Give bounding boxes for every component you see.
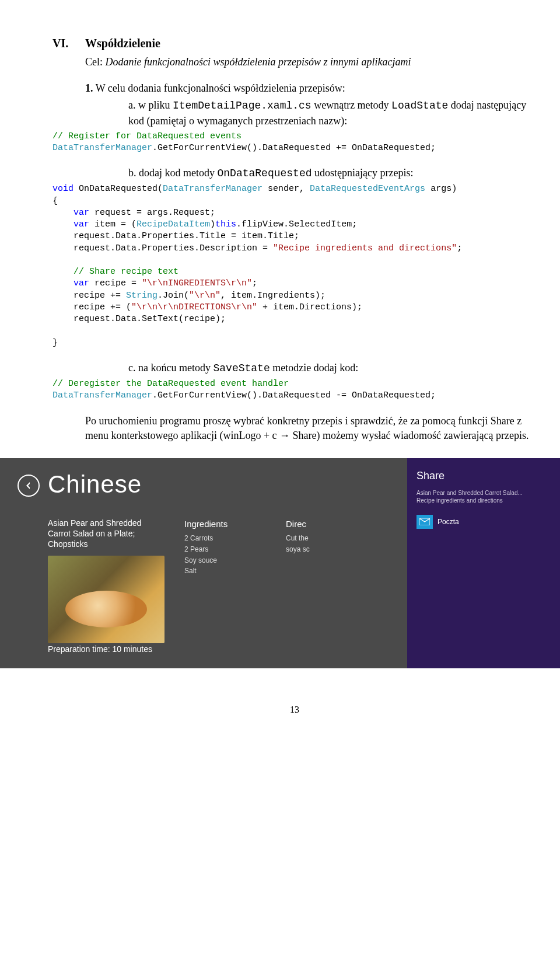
step-1-num: 1.	[85, 82, 93, 94]
cb-l11: request.Data.SetText(recipe);	[52, 314, 226, 324]
cb-l9b: String	[126, 291, 158, 301]
cb-l9d: "\r\n"	[189, 291, 220, 301]
substep-c-t2: metodzie dodaj kod:	[270, 362, 358, 374]
cb-l10a: recipe += (	[52, 302, 131, 312]
result-paragraph: Po uruchomieniu programu proszę wybrać k…	[85, 414, 537, 443]
directions-column: Direc Cut the soya sc	[286, 518, 321, 643]
cb-l1e: DataRequestedEventArgs	[310, 184, 425, 194]
ingredient-item: Salt	[184, 566, 266, 576]
page-number: 13	[52, 703, 537, 716]
cb-l9e: , item.Ingredients);	[220, 291, 326, 301]
app-main-window: Chinese Asian Pear and Shredded Carrot S…	[0, 458, 407, 668]
code-c-l2b: .GetForCurrentView().DataRequested -= On…	[152, 390, 436, 400]
substep-c-t1: na końcu metody	[138, 362, 213, 374]
cb-l12: }	[52, 338, 58, 348]
ingredient-item: Soy souce	[184, 556, 266, 566]
app-screenshot: Chinese Asian Pear and Shredded Carrot S…	[0, 458, 560, 668]
substep-c-letter: c.	[128, 362, 136, 374]
ingredients-column: Ingredients 2 Carrots 2 Pears Soy souce …	[184, 518, 266, 643]
section-title: Współdzielenie	[85, 35, 160, 51]
substep-b: b. dodaj kod metody OnDataRequested udos…	[128, 166, 537, 181]
share-sub1: Asian Pear and Shredded Carrot Salad...	[416, 489, 551, 497]
cb-l1b: OnDataRequested(	[74, 184, 163, 194]
app-title: Chinese	[48, 468, 142, 502]
cb-l9a: recipe +=	[52, 291, 126, 301]
cb-l2: {	[52, 196, 58, 206]
cb-l1a: void	[52, 184, 74, 194]
code-block-c: // Deregister the DataRequested event ha…	[52, 378, 537, 402]
section-roman: VI.	[52, 35, 75, 51]
cb-l4e: this	[215, 219, 236, 229]
substep-b-mono1: OnDataRequested	[217, 168, 312, 179]
ingredients-heading: Ingredients	[184, 518, 266, 530]
substep-a-mono1: ItemDetailPage.xaml.cs	[173, 100, 312, 111]
cb-l7: // Share recipe text	[52, 267, 178, 277]
cb-l4b: item = (	[89, 219, 136, 229]
goal-text: Dodanie funkcjonalności współdzielenia p…	[106, 56, 411, 68]
share-subtitle: Asian Pear and Shredded Carrot Salad... …	[416, 489, 551, 504]
goal-prefix: Cel:	[85, 56, 106, 68]
substep-b-t2: udostępniający przepis:	[312, 167, 414, 179]
substep-c-mono1: SaveState	[213, 362, 270, 374]
code-a-l2a: DataTransferManager	[52, 143, 152, 153]
cb-l10b: "\r\n\r\nDIRECTIONS\r\n"	[131, 302, 257, 312]
substep-a-t1: w pliku	[138, 99, 173, 111]
cb-l6b: "Recipe ingredients and directions"	[273, 243, 457, 253]
mail-icon	[416, 515, 433, 529]
cb-l4d: )	[210, 219, 215, 229]
cb-l3b: request = args.Request;	[89, 208, 215, 218]
section-goal: Cel: Dodanie funkcjonalności współdziele…	[85, 55, 537, 69]
back-arrow-icon	[24, 481, 33, 490]
share-mail-label: Poczta	[438, 517, 459, 527]
substep-a-t2: wewnątrz metody	[312, 99, 391, 111]
substep-a-mono2: LoadState	[391, 100, 448, 111]
cb-l8b: recipe =	[89, 278, 142, 288]
cb-l8c: "\r\nINGREDIENTS\r\n"	[142, 278, 252, 288]
cb-l3a: var	[52, 208, 89, 218]
cb-l10c: + item.Directions);	[257, 302, 362, 312]
code-c-l2a: DataTransferManager	[52, 390, 152, 400]
cb-l1f: args)	[425, 184, 457, 194]
cb-l5: request.Data.Properties.Title = item.Tit…	[52, 231, 299, 241]
substep-a-letter: a.	[128, 99, 136, 111]
directions-heading: Direc	[286, 518, 321, 530]
share-target-mail[interactable]: Poczta	[416, 515, 551, 529]
substep-b-t1: dodaj kod metody	[139, 167, 217, 179]
substep-b-letter: b.	[128, 167, 136, 179]
recipe-subtitle: Asian Pear and Shredded Carrot Salad on …	[48, 518, 164, 550]
directions-line: soya sc	[286, 545, 321, 554]
cb-l4c: RecipeDataItem	[136, 219, 210, 229]
share-charm-panel: Share Asian Pear and Shredded Carrot Sal…	[407, 458, 560, 668]
step-1-text: W celu dodania funkcjonalności współdzie…	[96, 82, 345, 94]
code-c-comment: // Deregister the DataRequested event ha…	[52, 379, 289, 389]
back-button[interactable]	[18, 475, 40, 497]
recipe-image	[48, 556, 164, 643]
cb-l4f: .flipView.SelectedItem;	[236, 219, 357, 229]
cb-l4a: var	[52, 219, 89, 229]
recipe-column: Asian Pear and Shredded Carrot Salad on …	[48, 518, 164, 643]
cb-l6a: request.Data.Properties.Description =	[52, 243, 273, 253]
directions-line: Cut the	[286, 533, 321, 543]
cb-l6c: ;	[457, 243, 462, 253]
code-a-l2b: .GetForCurrentView().DataRequested += On…	[152, 143, 436, 153]
cb-l8d: ;	[252, 278, 257, 288]
prep-time: Preparation time: 10 minutes	[48, 644, 152, 655]
code-a-comment: // Register for DataRequested events	[52, 131, 242, 141]
substep-c: c. na końcu metody SaveState metodzie do…	[128, 361, 537, 376]
cb-l1c: DataTransferManager	[163, 184, 262, 194]
ingredient-item: 2 Carrots	[184, 533, 266, 543]
cb-l9c: .Join(	[158, 291, 189, 301]
code-block-b: void OnDataRequested(DataTransferManager…	[52, 183, 537, 349]
cb-l8a: var	[52, 278, 89, 288]
share-sub2: Recipe ingredients and directions	[416, 497, 551, 504]
section-header: VI. Współdzielenie	[52, 35, 537, 51]
step-1: 1. W celu dodania funkcjonalności współd…	[85, 81, 537, 96]
code-block-a: // Register for DataRequested events Dat…	[52, 131, 537, 155]
share-title: Share	[416, 469, 551, 483]
cb-l1d: sender,	[262, 184, 310, 194]
ingredient-item: 2 Pears	[184, 545, 266, 554]
substep-a: a. w pliku ItemDetailPage.xaml.cs wewnąt…	[128, 98, 537, 128]
